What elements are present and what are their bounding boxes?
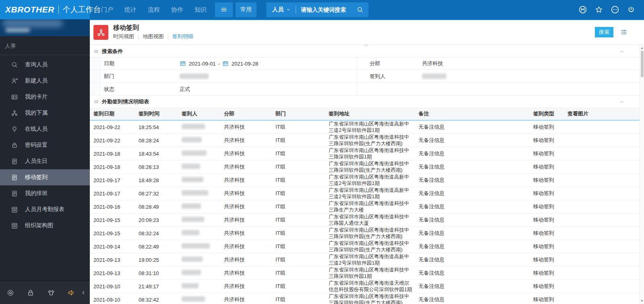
row-gutter [90,70,101,82]
cell-signer-redacted [182,283,224,290]
column-header-2: 签到时间 [139,110,182,117]
page-content: 搜索条件 日期 2021-09-01 - 2021-09-28 分部 [90,45,644,304]
search-category-dropdown[interactable]: 人员 [272,6,291,13]
sidebar-item-1[interactable]: 查询人员 [0,57,90,73]
scroll-down-arrow-icon[interactable] [641,300,643,302]
page-header-text: 移动签到 时间视图|地图视图|签到明细 [113,20,193,45]
cell-checkin-date: 2021-09-18 [93,164,139,170]
nav-item-3[interactable]: 流程 [142,0,166,19]
signer-blur [182,270,201,275]
signer-value-redacted[interactable] [410,74,644,79]
list-view-icon[interactable] [620,29,627,36]
sidebar-item-7[interactable]: 人员生日 [0,153,90,169]
cell-note: 无备注信息 [418,269,533,277]
date-to-value[interactable]: 2021-09-28 [232,61,259,67]
table-row: 2021-09-2218:25:54共济科技IT组广东省深圳市南山区粤海街道高新… [90,121,644,134]
speaker-icon[interactable] [67,289,75,297]
cell-checkin-time: 18:25:54 [139,124,182,130]
cell-signer-redacted [182,150,224,157]
brand-logo[interactable]: XBROTHER 个人工作台 [0,0,90,19]
date-label: 日期 [101,60,180,67]
calendar-icon[interactable] [180,60,186,67]
vertical-scrollbar[interactable] [640,45,644,304]
global-search: 人员 [266,2,369,17]
column-header-5: 部门 [275,110,329,117]
chevron-up-icon[interactable] [619,99,625,105]
criteria-panel: 搜索条件 日期 2021-09-01 - 2021-09-28 分部 [90,45,644,96]
tab-1[interactable]: 时间视图 [113,33,134,40]
cell-address: 广东省深圳市南山区粤海街道科技中三路深圳软件园1期 [329,267,418,279]
cell-address: 广东省深圳市南山区粤海街道科技中三路生产力大楼 [329,200,418,213]
scrollbar-thumb[interactable] [641,51,644,77]
nav-item-2[interactable]: 统计 [119,0,142,19]
quick-access-button[interactable]: 常用 [236,2,257,17]
status-value[interactable]: 正式 [180,86,357,93]
cell-signer-redacted [182,203,224,210]
tab-2[interactable]: 地图视图 [143,33,164,40]
power-icon[interactable] [627,6,635,14]
sidebar-divider [0,55,90,55]
signer-blur [182,150,207,156]
cell-note: 无备注信息 [418,190,533,197]
keyword-search-input[interactable] [301,6,355,13]
chevron-up-icon[interactable] [619,49,625,54]
date-range-value: 2021-09-01 - 2021-09-28 [180,60,357,67]
more-options-icon[interactable] [611,5,619,14]
search-button[interactable]: 搜索 [595,27,613,37]
criteria-row-dept: 部门 签到人 [90,70,644,83]
branch-value[interactable]: 共济科技 [410,60,644,67]
sidebar-item-10[interactable]: 人员月考勤报表 [0,201,90,218]
current-user-redacted[interactable] [0,19,90,36]
sidebar-item-9[interactable]: 我的排班 [0,185,90,201]
sidebar-item-5[interactable]: 在线人员 [0,121,90,137]
date-from-value[interactable]: 2021-09-01 [189,61,216,67]
cell-checkin-type: 移动签到 [533,269,567,277]
cell-checkin-type: 移动签到 [533,230,567,237]
report-icon [11,206,18,213]
id-card-icon [11,93,18,101]
scroll-up-arrow-icon[interactable] [641,47,643,49]
sidebar-item-3[interactable]: 我的卡片 [0,89,90,105]
search-icon[interactable] [356,6,364,13]
document-icon [11,190,18,197]
cell-address: 广东省深圳市南山区粤海街道科技中三路深圳软件园1期 [329,147,418,160]
shirt-icon[interactable] [47,289,55,297]
cell-checkin-time: 19:00:25 [139,257,182,263]
row-gutter [90,58,101,70]
cell-checkin-date: 2021-09-14 [93,244,139,250]
gear-icon[interactable] [6,289,14,297]
nav-item-1[interactable]: 门户 [95,0,119,19]
nav-item-4[interactable]: 协作 [166,0,189,19]
table-row: 2021-09-2208:28:24共济科技IT组广东省深圳市南山区粤海街道科技… [90,134,644,147]
sidebar-item-4[interactable]: 我的下属 [0,105,90,121]
dept-value-redacted[interactable] [180,74,357,79]
signer-blur [182,257,203,262]
m-badge-icon[interactable] [578,5,587,14]
sidebar-collapse-icon[interactable] [81,290,86,295]
cell-department: IT组 [275,216,329,224]
table-row: 2021-09-1008:32:42共济科技IT组广东省深圳市南山区粤海街道科技… [90,293,644,304]
sidebar-item-2[interactable]: 新建人员 [0,73,90,89]
cell-note: 无备注信息 [418,216,533,224]
cell-branch: 共济科技 [224,203,275,210]
cell-note: 无备注信息 [418,150,533,157]
apps-menu-button[interactable] [215,2,233,17]
lock-icon[interactable] [27,289,35,297]
favorite-star-icon[interactable] [595,6,603,14]
date-separator: - [218,61,220,67]
nav-item-5[interactable]: 知识 [189,0,212,19]
sidebar-item-6[interactable]: 密码设置 [0,137,90,153]
org-icon [97,28,106,37]
cell-department: IT组 [275,123,329,131]
table-column-header: 签到日期签到时间签到人分部部门签到地址备注签到类型查看图片 [90,107,644,121]
sidebar-item-11[interactable]: 组织架构图 [0,218,90,234]
cell-address: 广东省深圳市南山区粤海街道天维尔信息科技股份有限公司深圳软件园1期 [329,280,418,293]
calendar-icon[interactable] [222,60,229,67]
tab-3[interactable]: 签到明细 [172,33,193,40]
signer-blur [182,217,204,222]
sidebar-item-8[interactable]: 移动签到 [0,169,90,185]
org-icon [11,109,18,117]
cell-note: 无备注信息 [418,163,533,170]
cell-branch: 共济科技 [224,269,275,277]
table-row: 2021-09-1520:09:23共济科技IT组广东省深圳市南山区粤海街道科技… [90,214,644,227]
